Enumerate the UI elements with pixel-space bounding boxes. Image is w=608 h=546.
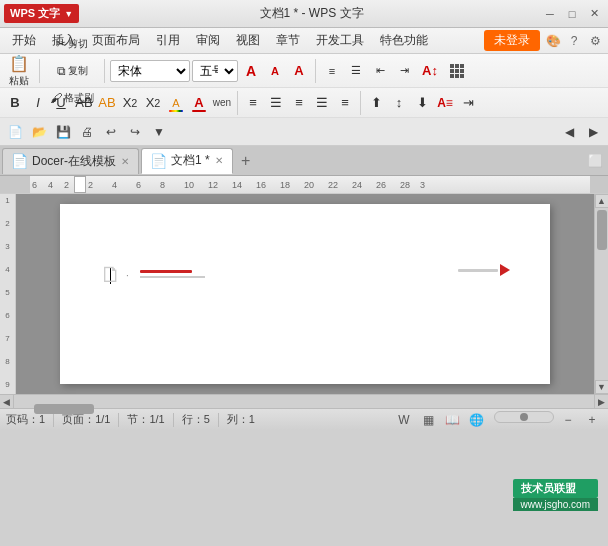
tab-docer[interactable]: 📄 Docer-在线模板 ✕ (2, 148, 139, 174)
scroll-right-button[interactable]: ▶ (594, 395, 608, 409)
underline-button[interactable]: U (50, 92, 72, 114)
superscript-button[interactable]: X2 (119, 92, 141, 114)
bold-button[interactable]: B (4, 92, 26, 114)
menu-developer[interactable]: 开发工具 (308, 30, 372, 51)
hscroll-thumb[interactable] (34, 404, 94, 414)
menu-view[interactable]: 视图 (228, 30, 268, 51)
highlight-button[interactable]: AB (96, 92, 118, 114)
list-unordered-button[interactable]: ≡ (321, 58, 343, 84)
title-bar: WPS 文字 ▼ 文档1 * - WPS 文字 ─ □ ✕ (0, 0, 608, 28)
distributed-button[interactable]: ≡ (334, 92, 356, 114)
document-area: 1 2 3 4 5 6 7 8 9 10 11 12 13 14 🗋 · (0, 194, 608, 394)
font-size-select[interactable]: 五号 (192, 60, 238, 82)
strikethrough-button[interactable]: AB (73, 92, 95, 114)
cut-button[interactable]: ✂剪切 (45, 31, 99, 57)
status-page-count: 页面：1/1 (62, 412, 110, 427)
word-count-icon[interactable]: W (394, 411, 414, 429)
close-button[interactable]: ✕ (584, 5, 604, 23)
list-ordered-button[interactable]: ☰ (345, 58, 367, 84)
align-left-button[interactable]: ≡ (242, 92, 264, 114)
layout-print-icon[interactable]: ▦ (418, 411, 438, 429)
document-page[interactable]: 🗋 · (60, 204, 550, 384)
line-height-button[interactable]: A↕ (417, 58, 443, 84)
zoom-out-button[interactable]: − (558, 411, 578, 429)
align-middle-button[interactable]: ↕ (388, 92, 410, 114)
paste-group: 📋 粘贴 (4, 54, 34, 88)
align-top-button[interactable]: ⬆ (365, 92, 387, 114)
help-icon[interactable]: ? (565, 32, 583, 50)
font-shrink-button[interactable]: A (264, 58, 286, 84)
paste-button[interactable]: 📋 (4, 54, 34, 74)
more-quick-btn[interactable]: ▼ (148, 121, 170, 143)
undo-icon[interactable]: ↩ (100, 121, 122, 143)
save-icon[interactable]: 💾 (52, 121, 74, 143)
new-file-icon[interactable]: 📄 (4, 121, 26, 143)
wps-logo: WPS 文字 ▼ (4, 4, 79, 23)
font-color-button[interactable]: A (188, 92, 210, 114)
scroll-left-button[interactable]: ◀ (0, 395, 14, 409)
scroll-track (597, 208, 607, 380)
red-underline-left (140, 270, 192, 273)
subscript-button[interactable]: X2 (142, 92, 164, 114)
align-bottom-button[interactable]: ⬇ (411, 92, 433, 114)
skin-icon[interactable]: 🎨 (544, 32, 562, 50)
minimize-button[interactable]: ─ (540, 5, 560, 23)
align-right-button[interactable]: ≡ (288, 92, 310, 114)
settings-icon[interactable]: ⚙ (586, 32, 604, 50)
menu-references[interactable]: 引用 (148, 30, 188, 51)
menu-start[interactable]: 开始 (4, 30, 44, 51)
indentation-button[interactable]: ⇥ (457, 92, 479, 114)
justify-button[interactable]: ☰ (311, 92, 333, 114)
status-page-num: 页码：1 (6, 412, 45, 427)
toolbar-separator2 (104, 59, 105, 83)
font-color-preset[interactable]: A (288, 58, 310, 84)
tab-docer-close[interactable]: ✕ (120, 156, 130, 167)
layout-web-icon[interactable]: 🌐 (466, 411, 486, 429)
align-center-button[interactable]: ☰ (265, 92, 287, 114)
font-name-select[interactable]: 宋体 (110, 60, 190, 82)
italic-button[interactable]: I (27, 92, 49, 114)
horizontal-scrollbar: ◀ ▶ (0, 394, 608, 408)
scroll-down-button[interactable]: ▼ (595, 380, 609, 394)
menu-chapter[interactable]: 章节 (268, 30, 308, 51)
redo-icon[interactable]: ↪ (124, 121, 146, 143)
vertical-scrollbar: ▲ ▼ (594, 194, 608, 394)
horizontal-ruler: 6 4 2 2 4 6 8 10 12 14 16 18 20 22 24 26… (0, 176, 608, 194)
table-insert-button[interactable] (445, 58, 469, 84)
highlight-color-button[interactable]: A (165, 92, 187, 114)
gray-line-left (140, 276, 205, 278)
document-scroll[interactable]: 🗋 · (16, 194, 594, 394)
copy-button[interactable]: ⧉复制 (45, 58, 99, 84)
open-file-icon[interactable]: 📂 (28, 121, 50, 143)
zoom-in-button[interactable]: + (582, 411, 602, 429)
ruler-left-tab[interactable] (74, 176, 86, 193)
scroll-up-button[interactable]: ▲ (595, 194, 609, 208)
wubi-input-button[interactable]: wen (211, 92, 233, 114)
indent-increase-button[interactable]: ⇥ (393, 58, 415, 84)
menu-special[interactable]: 特色功能 (372, 30, 436, 51)
scroll-thumb[interactable] (597, 210, 607, 250)
toolbar-separator3 (315, 59, 316, 83)
column-layout-button[interactable]: A≡ (434, 92, 456, 114)
tab-expand-button[interactable]: ⬜ (584, 150, 606, 172)
maximize-button[interactable]: □ (562, 5, 582, 23)
indent-decrease-button[interactable]: ⇤ (369, 58, 391, 84)
document-icon: 🗋 (100, 262, 122, 288)
menu-extra-icons: 🎨 ? ⚙ (544, 32, 604, 50)
paste-label[interactable]: 粘贴 (9, 74, 29, 88)
tab-doc1[interactable]: 📄 文档1 * ✕ (141, 148, 233, 174)
toolbar-row2: B I U AB AB X2 X2 A A wen ≡ ☰ ≡ ☰ ≡ ⬆ ↕ … (0, 88, 608, 118)
zoom-slider[interactable] (494, 411, 554, 423)
font-grow-button[interactable]: A (240, 58, 262, 84)
ruler-left-margin (0, 176, 30, 193)
layout-read-icon[interactable]: 📖 (442, 411, 462, 429)
watermark-line1: 技术员联盟 (513, 479, 598, 498)
login-button[interactable]: 未登录 (484, 30, 540, 51)
new-tab-button[interactable]: + (235, 150, 257, 172)
nav-next-page[interactable]: ▶ (582, 121, 604, 143)
menu-review[interactable]: 审阅 (188, 30, 228, 51)
nav-prev-page[interactable]: ◀ (558, 121, 580, 143)
status-section: 节：1/1 (127, 412, 164, 427)
print-icon[interactable]: 🖨 (76, 121, 98, 143)
tab-doc1-close[interactable]: ✕ (214, 155, 224, 166)
